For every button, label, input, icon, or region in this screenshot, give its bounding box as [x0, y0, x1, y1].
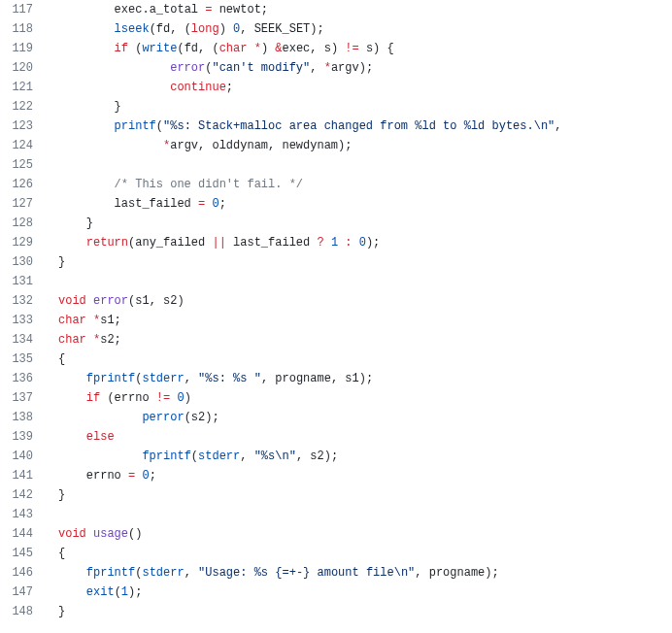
- line-number[interactable]: 128: [0, 214, 49, 233]
- token-pl-k: *: [254, 42, 261, 55]
- line-number[interactable]: 132: [0, 291, 49, 311]
- token-pl-c1: write: [142, 42, 177, 55]
- line-number[interactable]: 119: [0, 39, 49, 58]
- line-content[interactable]: char *s2;: [49, 330, 672, 350]
- token-pl-k: ?: [317, 236, 323, 250]
- line-content[interactable]: exec.a_total = newtot;: [49, 0, 672, 19]
- code-line: 119 if (write(fd, (char *) &exec, s) != …: [0, 39, 672, 58]
- line-content[interactable]: /* This one didn't fail. */: [49, 175, 672, 194]
- token-pl-k: return: [86, 236, 128, 250]
- line-number[interactable]: 130: [0, 252, 49, 272]
- line-number[interactable]: 118: [0, 19, 49, 39]
- line-content[interactable]: }: [49, 485, 672, 505]
- line-content[interactable]: exit(1);: [49, 583, 672, 602]
- line-number[interactable]: 134: [0, 330, 49, 350]
- token: s2;: [100, 333, 121, 347]
- code-line: 118 lseek(fd, (long) 0, SEEK_SET);: [0, 19, 672, 39]
- line-content[interactable]: errno = 0;: [49, 466, 672, 485]
- line-content[interactable]: void usage(): [49, 524, 672, 544]
- token: [58, 236, 86, 250]
- line-number[interactable]: 127: [0, 194, 49, 214]
- code-line: 148}: [0, 602, 672, 621]
- line-number[interactable]: 136: [0, 369, 49, 388]
- line-content[interactable]: {: [49, 544, 672, 563]
- token: , s2);: [296, 450, 338, 463]
- line-number[interactable]: 142: [0, 485, 49, 505]
- line-content[interactable]: {: [49, 350, 672, 369]
- line-content[interactable]: perror(s2);: [49, 408, 672, 427]
- line-content[interactable]: else: [49, 427, 672, 447]
- line-content[interactable]: void error(s1, s2): [49, 291, 672, 311]
- line-number[interactable]: 146: [0, 563, 49, 583]
- token: , SEEK_SET);: [240, 22, 323, 36]
- line-content[interactable]: char *s1;: [49, 311, 672, 330]
- line-content[interactable]: fprintf(stderr, "Usage: %s {=+-} amount …: [49, 563, 672, 583]
- line-number[interactable]: 117: [0, 0, 49, 19]
- token: [58, 61, 170, 75]
- line-number[interactable]: 133: [0, 311, 49, 330]
- line-number[interactable]: 145: [0, 544, 49, 563]
- line-number[interactable]: 129: [0, 233, 49, 252]
- line-content[interactable]: if (write(fd, (char *) &exec, s) != s) {: [49, 39, 672, 58]
- line-number[interactable]: 143: [0, 505, 49, 524]
- line-content[interactable]: lseek(fd, (long) 0, SEEK_SET);: [49, 19, 672, 39]
- line-content[interactable]: }: [49, 252, 672, 272]
- code-line: 121 continue;: [0, 78, 672, 97]
- line-content[interactable]: printf("%s: Stack+malloc area changed fr…: [49, 117, 672, 136]
- line-number[interactable]: 131: [0, 272, 49, 291]
- token: (fd, (: [150, 22, 191, 36]
- line-number[interactable]: 125: [0, 155, 49, 175]
- code-line: 146 fprintf(stderr, "Usage: %s {=+-} amo…: [0, 563, 672, 583]
- code-line: 131: [0, 272, 672, 291]
- line-content[interactable]: fprintf(stderr, "%s: %s ", progname, s1)…: [49, 369, 672, 388]
- token: ,: [554, 119, 561, 133]
- token: ,: [185, 372, 198, 385]
- line-number[interactable]: 124: [0, 136, 49, 155]
- line-number[interactable]: 138: [0, 408, 49, 427]
- line-number[interactable]: 126: [0, 175, 49, 194]
- token-pl-s: "%s\n": [254, 450, 296, 463]
- line-content[interactable]: }: [49, 97, 672, 117]
- line-number[interactable]: 144: [0, 524, 49, 544]
- token-pl-k: else: [86, 430, 115, 444]
- line-content[interactable]: }: [49, 602, 672, 621]
- token-pl-c1: printf: [115, 119, 156, 133]
- token: (errno: [100, 391, 156, 405]
- line-content[interactable]: error("can't modify", *argv);: [49, 58, 672, 78]
- code-line: 128 }: [0, 214, 672, 233]
- token: [58, 372, 86, 385]
- line-content[interactable]: *argv, olddynam, newdynam);: [49, 136, 672, 155]
- line-number[interactable]: 137: [0, 388, 49, 408]
- line-number[interactable]: 148: [0, 602, 49, 621]
- code-line: 138 perror(s2);: [0, 408, 672, 427]
- code-line: 144void usage(): [0, 524, 672, 544]
- line-number[interactable]: 121: [0, 78, 49, 97]
- line-number[interactable]: 147: [0, 583, 49, 602]
- token: [58, 411, 142, 424]
- token-pl-k: char: [219, 42, 248, 55]
- token: (: [156, 119, 163, 133]
- line-number[interactable]: 120: [0, 58, 49, 78]
- line-content[interactable]: last_failed = 0;: [49, 194, 672, 214]
- line-number[interactable]: 122: [0, 97, 49, 117]
- token: [58, 42, 115, 55]
- token: (: [115, 585, 121, 599]
- line-content[interactable]: continue;: [49, 78, 672, 97]
- line-content[interactable]: fprintf(stderr, "%s\n", s2);: [49, 447, 672, 466]
- token-pl-k: void: [58, 527, 86, 541]
- line-content[interactable]: return(any_failed || last_failed ? 1 : 0…: [49, 233, 672, 252]
- token-pl-s: "Usage: %s {=+-} amount file\n": [198, 566, 415, 580]
- line-content[interactable]: if (errno != 0): [49, 388, 672, 408]
- token: last_failed: [226, 236, 318, 250]
- token: last_failed: [58, 197, 198, 211]
- token: , progname, s1);: [261, 372, 373, 385]
- line-number[interactable]: 123: [0, 117, 49, 136]
- token: [58, 430, 86, 444]
- line-number[interactable]: 139: [0, 427, 49, 447]
- token: [324, 236, 331, 250]
- line-content[interactable]: }: [49, 214, 672, 233]
- line-number[interactable]: 140: [0, 447, 49, 466]
- line-number[interactable]: 141: [0, 466, 49, 485]
- line-number[interactable]: 135: [0, 350, 49, 369]
- token-pl-k: *: [324, 61, 331, 75]
